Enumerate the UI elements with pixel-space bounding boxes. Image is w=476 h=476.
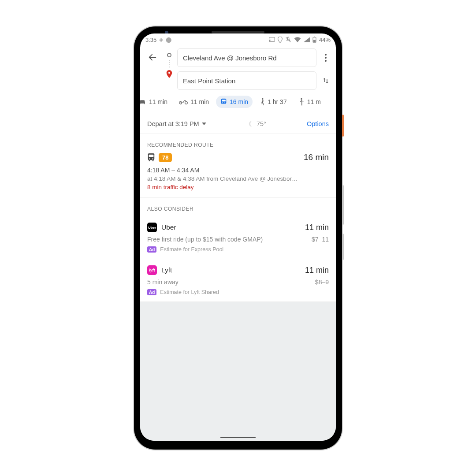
svg-point-18 (152, 158, 153, 160)
phone-frame: 3:35 ◈ ⬤ 44% (134, 26, 342, 450)
svg-rect-20 (152, 160, 154, 161)
volume-button (342, 185, 344, 225)
power-button (342, 115, 344, 137)
svg-rect-16 (149, 155, 154, 157)
status-time: 3:35 (145, 37, 156, 43)
mode-rideshare-time: 11 m (307, 98, 321, 105)
destination-pin-icon (166, 70, 172, 78)
svg-rect-3 (313, 40, 316, 42)
svg-rect-10 (222, 100, 226, 101)
motorcycle-icon (179, 99, 188, 104)
status-icon-2: ⬤ (166, 37, 171, 43)
bus-icon (147, 153, 155, 162)
temperature: 75° (257, 120, 266, 127)
mode-rideshare[interactable]: 11 m (294, 95, 325, 108)
back-button[interactable] (144, 48, 161, 66)
transit-icon (220, 98, 227, 105)
depart-label: Depart at 3:19 PM (147, 120, 199, 127)
uber-price: $7–11 (312, 236, 329, 243)
svg-point-12 (224, 102, 225, 103)
svg-rect-0 (269, 37, 275, 41)
origin-text: Cleveland Ave @ Jonesboro Rd (183, 54, 277, 62)
origin-dot-icon (167, 53, 171, 57)
car-icon (140, 99, 146, 105)
mute-icon (285, 37, 291, 43)
svg-point-6 (325, 60, 327, 62)
mode-car[interactable]: 11 min (140, 96, 172, 108)
screen: 3:35 ◈ ⬤ 44% (140, 33, 336, 441)
directions-header: Cleveland Ave @ Jonesboro Rd East Point … (140, 46, 336, 92)
walk-icon (260, 98, 265, 106)
svg-point-8 (185, 101, 188, 104)
destination-text: East Point Station (183, 77, 235, 85)
swap-button[interactable] (319, 71, 332, 90)
chevron-down-icon (202, 123, 206, 125)
rideshare-icon (298, 98, 305, 106)
svg-point-14 (301, 98, 302, 100)
empty-space (140, 302, 336, 441)
uber-name: Uber (161, 223, 176, 231)
mode-walk[interactable]: 1 hr 37 (255, 95, 291, 108)
svg-point-5 (325, 57, 327, 59)
uber-ad-text: Estimate for Express Pool (160, 246, 223, 253)
ad-badge: Ad (147, 289, 156, 295)
mode-car-time: 11 min (149, 98, 167, 105)
lyft-ad-text: Estimate for Lyft Shared (160, 289, 219, 295)
lyft-duration: 11 min (305, 266, 329, 275)
home-indicator[interactable] (220, 437, 256, 438)
ride-option-uber[interactable]: Uber Uber 11 min Free first ride (up to … (140, 216, 336, 259)
ad-badge: Ad (147, 246, 156, 253)
volume-button-2 (342, 234, 344, 260)
swap-icon (322, 77, 330, 85)
weather: 75° (247, 120, 266, 127)
lyft-eta: 5 min away (147, 279, 178, 286)
route-detail: at 4:18 AM & 4:38 AM from Cleveland Ave … (147, 175, 329, 182)
more-vert-icon (325, 54, 327, 62)
mode-motorcycle[interactable]: 11 min (175, 96, 213, 108)
mode-transit[interactable]: 16 min (216, 96, 253, 108)
svg-point-17 (149, 158, 150, 160)
lyft-logo-icon: lyft (147, 265, 157, 275)
origin-input[interactable]: Cleveland Ave @ Jonesboro Rd (177, 48, 316, 67)
mode-walk-time: 1 hr 37 (268, 98, 287, 105)
route-markers (164, 48, 175, 78)
mode-motorcycle-time: 11 min (190, 98, 209, 105)
uber-duration: 11 min (305, 223, 329, 232)
depart-time-button[interactable]: Depart at 3:19 PM (147, 120, 206, 127)
cast-icon (269, 37, 275, 42)
recommended-route[interactable]: 78 16 min 4:18 AM – 4:34 AM at 4:18 AM &… (140, 152, 336, 198)
route-number-badge: 78 (159, 153, 172, 162)
route-dots (169, 58, 170, 69)
destination-input[interactable]: East Point Station (177, 71, 316, 90)
ride-option-lyft[interactable]: lyft Lyft 11 min 5 min away $8–9 Ad Esti… (140, 259, 336, 302)
moon-icon (247, 120, 254, 127)
svg-point-13 (262, 98, 264, 100)
location-status-icon (278, 37, 283, 43)
signal-icon (304, 37, 310, 42)
also-consider-label: ALSO CONSIDER (140, 198, 336, 216)
battery-percent: 44% (319, 37, 331, 43)
overflow-menu-button[interactable] (319, 48, 332, 67)
mode-transit-time: 16 min (230, 98, 248, 105)
back-arrow-icon (148, 52, 157, 62)
svg-rect-2 (314, 37, 315, 37)
uber-logo-icon: Uber (147, 223, 157, 232)
uber-promo: Free first ride (up to $15 with code GMA… (147, 236, 263, 243)
route-delay: 8 min traffic delay (147, 184, 329, 190)
battery-icon (312, 37, 316, 43)
route-duration: 16 min (304, 152, 329, 162)
options-label: Options (307, 120, 329, 127)
route-time-range: 4:18 AM – 4:34 AM (147, 167, 329, 174)
options-bar: Depart at 3:19 PM 75° Options (140, 114, 336, 134)
options-link[interactable]: Options (307, 120, 329, 127)
status-icon-1: ◈ (159, 37, 163, 43)
lyft-price: $8–9 (315, 279, 329, 286)
travel-mode-tabs: 11 min 11 min 16 min 1 hr 37 11 m (140, 92, 336, 114)
svg-point-11 (222, 102, 223, 103)
wifi-icon (294, 37, 301, 42)
recommended-section-label: RECOMMENDED ROUTE (140, 134, 336, 152)
svg-rect-19 (149, 160, 150, 161)
svg-point-4 (325, 54, 327, 56)
status-bar: 3:35 ◈ ⬤ 44% (140, 33, 336, 46)
lyft-name: Lyft (161, 266, 172, 274)
